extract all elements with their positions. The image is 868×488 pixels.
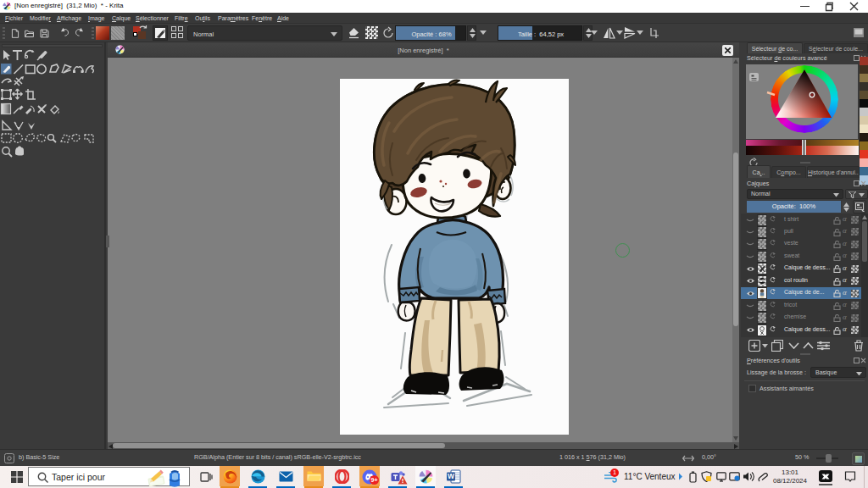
svg-text:W: W: [448, 472, 455, 480]
svg-text:!: !: [402, 477, 404, 485]
